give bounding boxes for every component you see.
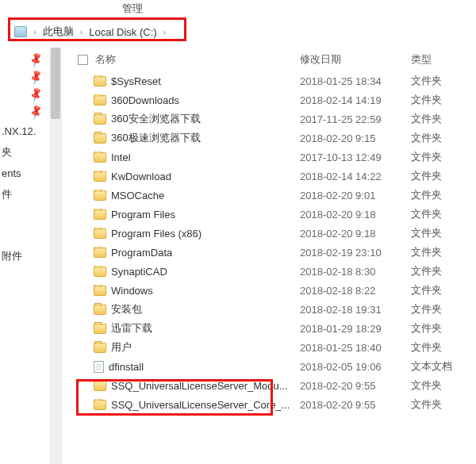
breadcrumb-local-disk-c[interactable]: Local Disk (C:) <box>87 25 158 40</box>
file-row[interactable]: 360安全浏览器下载2017-11-25 22:59文件夹 <box>71 109 476 128</box>
name-cell[interactable]: 用户 <box>94 340 300 355</box>
file-row[interactable]: SSQ_UniversalLicenseServer_Core_...2018-… <box>71 395 476 414</box>
name-cell[interactable]: $SysReset <box>94 75 300 87</box>
folder-icon <box>94 324 106 334</box>
name-cell[interactable]: 360极速浏览器下载 <box>94 131 300 145</box>
ribbon-tab-manage[interactable]: 管理 <box>111 0 154 18</box>
folder-icon <box>94 267 106 277</box>
date-modified: 2018-02-20 9:55 <box>300 399 411 411</box>
name-cell[interactable]: ProgramData <box>94 247 300 259</box>
file-row[interactable]: 迅雷下载2018-01-29 18:29文件夹 <box>71 319 476 338</box>
chevron-right-icon[interactable]: › <box>80 27 83 36</box>
file-type: 文件夹 <box>411 378 466 393</box>
folder-icon <box>94 209 106 220</box>
chevron-right-icon[interactable]: › <box>33 27 36 36</box>
date-modified: 2017-10-13 12:49 <box>300 151 411 163</box>
file-type: 文件夹 <box>411 74 466 88</box>
name-cell[interactable]: 360安全浏览器下载 <box>94 112 300 126</box>
name-cell[interactable]: Windows <box>94 285 300 297</box>
file-name: Program Files (x86) <box>111 228 202 240</box>
name-cell[interactable]: dfinstall <box>94 361 300 373</box>
sidebar-scrollbar[interactable] <box>49 48 62 464</box>
file-row[interactable]: Intel2017-10-13 12:49文件夹 <box>71 148 476 167</box>
sidebar-item[interactable]: 附件 <box>2 249 48 263</box>
folder-icon <box>94 228 106 239</box>
name-cell[interactable]: Intel <box>94 151 300 163</box>
date-modified: 2018-02-20 9:15 <box>300 132 411 144</box>
folder-icon <box>94 171 106 182</box>
name-cell[interactable]: MSOCache <box>94 190 300 201</box>
file-name: 安装包 <box>111 302 142 316</box>
file-type: 文件夹 <box>411 131 466 145</box>
column-header-name[interactable]: 名称 <box>94 52 300 67</box>
scrollbar-thumb[interactable] <box>51 48 60 119</box>
file-row[interactable]: 用户2018-01-25 18:40文件夹 <box>71 338 476 357</box>
select-all-checkbox[interactable] <box>71 55 94 65</box>
name-cell[interactable]: Program Files <box>94 209 300 220</box>
date-modified: 2018-02-20 9:55 <box>300 380 411 392</box>
folder-icon <box>94 133 106 144</box>
file-name: Program Files <box>111 209 175 220</box>
chevron-right-icon[interactable]: › <box>163 27 167 36</box>
file-type: 文件夹 <box>411 264 466 278</box>
file-name: 用户 <box>111 340 132 355</box>
sidebar-item[interactable]: 件 <box>2 187 48 201</box>
date-modified: 2018-01-25 18:34 <box>300 75 411 87</box>
file-name: 360Downloads <box>111 94 179 106</box>
folder-icon <box>94 76 106 86</box>
name-cell[interactable]: SynaptiCAD <box>94 266 300 278</box>
file-row[interactable]: 安装包2018-02-18 19:31文件夹 <box>71 300 476 319</box>
file-name: 360安全浏览器下载 <box>111 112 201 126</box>
date-modified: 2018-02-18 8:30 <box>300 266 411 278</box>
pin-icon[interactable]: 📌 <box>27 48 50 69</box>
name-cell[interactable]: SSQ_UniversalLicenseServer_Core_... <box>94 399 300 411</box>
name-cell[interactable]: 迅雷下载 <box>94 321 300 336</box>
folder-icon <box>94 247 106 258</box>
sidebar-item[interactable]: .NX.12. <box>2 125 48 137</box>
file-name: $SysReset <box>111 75 161 87</box>
file-type: 文件夹 <box>411 321 466 336</box>
file-row[interactable]: Program Files (x86)2018-02-20 9:18文件夹 <box>71 224 476 243</box>
file-type: 文件夹 <box>411 283 466 297</box>
name-cell[interactable]: SSQ_UniversalLicenseServer_Modu... <box>94 380 300 392</box>
date-modified: 2018-01-29 18:29 <box>300 323 411 335</box>
file-type: 文件夹 <box>411 112 466 126</box>
folder-icon <box>94 343 106 353</box>
file-row[interactable]: Program Files2018-02-20 9:18文件夹 <box>71 205 476 224</box>
pin-icon[interactable]: 📌 <box>27 66 50 86</box>
pin-icon[interactable]: 📌 <box>27 83 50 104</box>
name-cell[interactable]: KwDownload <box>94 171 300 182</box>
column-header-type[interactable]: 类型 <box>411 52 466 67</box>
file-row[interactable]: dfinstall2018-02-05 19:06文本文档 <box>71 357 476 376</box>
breadcrumb[interactable]: › 此电脑 › Local Disk (C:) › <box>14 22 476 41</box>
file-type: 文本文档 <box>411 359 466 374</box>
file-name: SSQ_UniversalLicenseServer_Modu... <box>111 380 288 392</box>
sidebar-item[interactable]: ents <box>2 167 48 179</box>
file-type: 文件夹 <box>411 226 466 240</box>
file-row[interactable]: KwDownload2018-02-14 14:22文件夹 <box>71 167 476 186</box>
file-row[interactable]: SynaptiCAD2018-02-18 8:30文件夹 <box>71 262 476 281</box>
name-cell[interactable]: 安装包 <box>94 302 300 316</box>
file-row[interactable]: MSOCache2018-02-20 9:01文件夹 <box>71 186 476 205</box>
file-row[interactable]: SSQ_UniversalLicenseServer_Modu...2018-0… <box>71 376 476 395</box>
name-cell[interactable]: Program Files (x86) <box>94 228 300 240</box>
file-list-pane: 名称 修改日期 类型 $SysReset2018-01-25 18:34文件夹3… <box>71 48 476 464</box>
date-modified: 2018-02-05 19:06 <box>300 361 411 373</box>
sidebar-item[interactable]: 夹 <box>2 145 48 159</box>
pin-icon[interactable]: 📌 <box>27 101 50 121</box>
file-row[interactable]: $SysReset2018-01-25 18:34文件夹 <box>71 71 476 90</box>
folder-icon <box>94 305 106 315</box>
file-row[interactable]: Windows2018-02-18 8:22文件夹 <box>71 281 476 300</box>
file-type: 文件夹 <box>411 207 466 221</box>
column-header-date[interactable]: 修改日期 <box>300 52 411 67</box>
name-cell[interactable]: 360Downloads <box>94 94 300 106</box>
breadcrumb-this-pc[interactable]: 此电脑 <box>41 23 75 40</box>
file-name: KwDownload <box>111 171 171 182</box>
folder-icon <box>94 152 106 163</box>
date-modified: 2018-01-25 18:40 <box>300 342 411 354</box>
file-row[interactable]: ProgramData2018-02-19 23:10文件夹 <box>71 243 476 262</box>
file-row[interactable]: 360极速浏览器下载2018-02-20 9:15文件夹 <box>71 128 476 148</box>
file-row[interactable]: 360Downloads2018-02-14 14:19文件夹 <box>71 90 476 109</box>
date-modified: 2018-02-18 8:22 <box>300 285 411 297</box>
date-modified: 2018-02-20 9:01 <box>300 190 411 201</box>
